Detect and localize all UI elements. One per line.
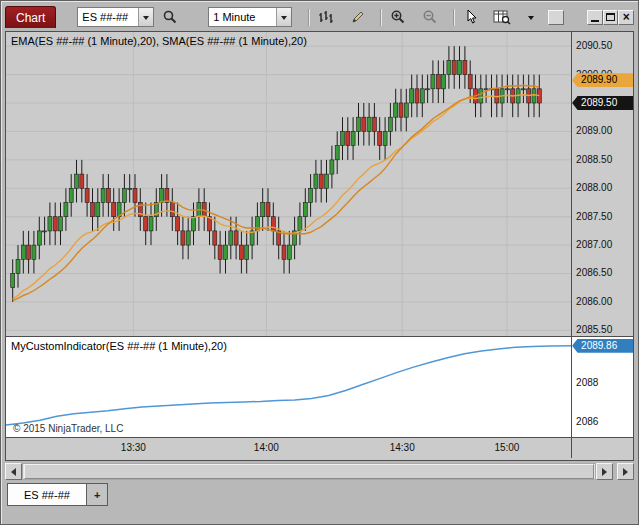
time-axis-label: 14:30	[385, 442, 419, 453]
time-axis-label: 15:00	[490, 442, 524, 453]
indicator-value-tag: 2089.86	[572, 339, 633, 353]
price-axis-label: 2090.50	[576, 40, 612, 51]
price-axis-label: 2086.50	[576, 267, 612, 278]
add-tab-button[interactable]: +	[87, 483, 108, 506]
price-panel: EMA(ES ##-## (1 Minute),20), SMA(ES ##-#…	[6, 32, 633, 336]
price-axis[interactable]: 2090.502090.002089.502089.002088.502088.…	[571, 32, 633, 336]
scroll-corner-button[interactable]	[617, 463, 634, 480]
close-button[interactable]: ×	[618, 10, 634, 25]
zoom-in-button[interactable]	[387, 7, 409, 27]
indicator-axis-label: 2086	[576, 416, 598, 427]
candlestick-chart[interactable]	[6, 32, 571, 336]
time-axis-label: 13:30	[116, 442, 150, 453]
price-axis-label: 2088.00	[576, 182, 612, 193]
chevron-down-icon	[528, 16, 534, 23]
time-axis[interactable]: 13:3014:0014:3015:00	[6, 438, 571, 458]
zoom-out-button[interactable]	[419, 7, 441, 27]
interval-dropdown-button[interactable]	[276, 8, 291, 26]
interval-value: 1 Minute	[209, 11, 276, 23]
chart-area: EMA(ES ##-## (1 Minute),20), SMA(ES ##-#…	[5, 31, 634, 461]
arrow-left-icon	[11, 468, 16, 476]
maximize-button[interactable]	[603, 10, 619, 25]
scroll-left-button[interactable]	[5, 463, 22, 480]
time-axis-label: 14:00	[249, 442, 283, 453]
drawing-tools-button[interactable]	[347, 7, 369, 27]
zoom-out-icon	[422, 9, 438, 25]
indicator-axis-label: 2088	[576, 377, 598, 388]
price-tag: 2089.90	[572, 73, 633, 87]
window-extra-button[interactable]	[548, 10, 564, 25]
tab-bar: ES ##-## +	[5, 483, 634, 506]
scrollbar-track[interactable]	[22, 463, 596, 480]
maximize-icon	[606, 13, 615, 21]
instrument-dropdown-button[interactable]	[138, 8, 153, 26]
window-title-tab[interactable]: Chart	[5, 6, 56, 28]
time-axis-row: 13:3014:0014:3015:00	[6, 437, 633, 458]
price-axis-label: 2087.00	[576, 239, 612, 250]
indicator-panel: MyCustomIndicator(ES ##-## (1 Minute),20…	[6, 336, 633, 437]
chart-window: Chart ES ##-## 1 Minute	[0, 0, 639, 525]
indicator-line-chart[interactable]	[6, 337, 571, 437]
chart-trader-button[interactable]	[492, 7, 514, 27]
axis-corner	[571, 438, 633, 458]
overlay-indicators-label: EMA(ES ##-## (1 Minute),20), SMA(ES ##-#…	[11, 35, 307, 47]
instrument-select[interactable]: ES ##-##	[77, 7, 153, 27]
toolbar-separator	[380, 9, 381, 26]
price-axis-label: 2087.50	[576, 211, 612, 222]
more-tools-button[interactable]	[523, 7, 538, 27]
instrument-value: ES ##-##	[78, 11, 137, 23]
scrollbar-thumb[interactable]	[24, 464, 594, 479]
search-icon	[162, 9, 178, 25]
tab-es-instrument[interactable]: ES ##-##	[7, 483, 87, 506]
scroll-right-button[interactable]	[596, 463, 613, 480]
arrow-right-icon	[623, 468, 628, 476]
price-axis-label: 2089.00	[576, 125, 612, 136]
chevron-down-icon	[143, 16, 149, 23]
price-tag: 2089.50	[572, 96, 633, 110]
chart-style-icon	[318, 9, 334, 25]
minimize-button[interactable]	[587, 10, 603, 25]
cursor-button[interactable]	[460, 7, 482, 27]
price-axis-label: 2085.50	[576, 324, 612, 335]
chevron-down-icon	[281, 16, 287, 23]
close-icon: ×	[623, 12, 630, 22]
cursor-icon	[463, 9, 479, 25]
indicator-axis[interactable]: 208820862089.86	[571, 337, 633, 437]
horizontal-scrollbar	[5, 463, 634, 480]
instrument-search-button[interactable]	[159, 7, 181, 27]
toolbar: Chart ES ##-## 1 Minute	[5, 4, 634, 30]
pencil-icon	[350, 9, 366, 25]
interval-select[interactable]: 1 Minute	[208, 7, 292, 27]
grid-magnifier-icon	[493, 9, 511, 25]
toolbar-separator	[453, 9, 454, 26]
minimize-icon	[591, 20, 599, 22]
price-axis-label: 2086.00	[576, 296, 612, 307]
indicator-label: MyCustomIndicator(ES ##-## (1 Minute),20…	[11, 340, 227, 352]
price-axis-label: 2088.50	[576, 154, 612, 165]
chart-style-button[interactable]	[315, 7, 337, 27]
arrow-right-icon	[602, 468, 607, 476]
price-plot[interactable]: EMA(ES ##-## (1 Minute),20), SMA(ES ##-#…	[6, 32, 571, 336]
indicator-plot[interactable]: MyCustomIndicator(ES ##-## (1 Minute),20…	[6, 337, 571, 437]
copyright-text: © 2015 NinjaTrader, LLC	[13, 423, 123, 434]
zoom-in-icon	[390, 9, 406, 25]
toolbar-separator	[308, 9, 309, 26]
